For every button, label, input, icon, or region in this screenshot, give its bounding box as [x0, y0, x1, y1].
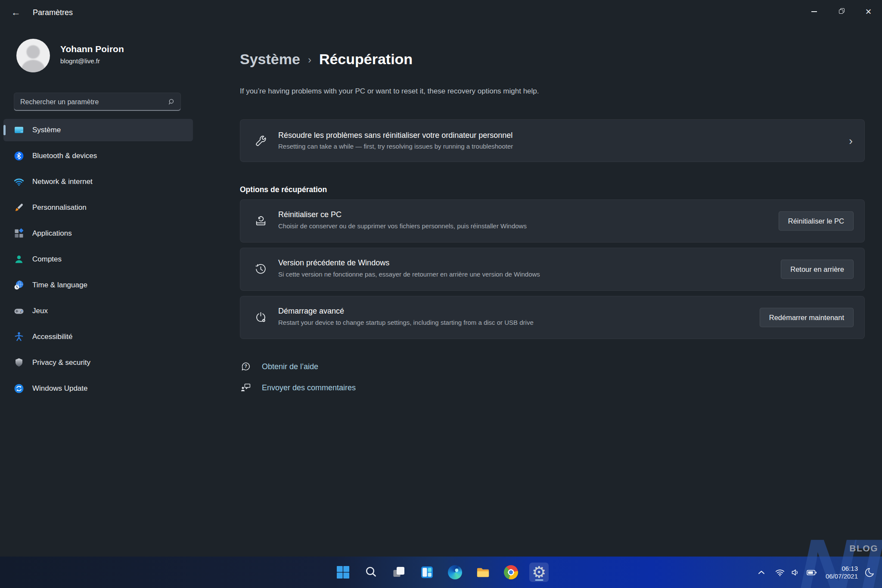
settings-button[interactable]: ⚙ [529, 563, 549, 582]
chrome-button[interactable] [501, 563, 521, 582]
minimize-button[interactable] [801, 0, 828, 23]
personalisation-icon [13, 202, 25, 213]
option-title: Démarrage avancé [278, 307, 344, 316]
sidebar-item-accessibilite[interactable]: Accessibilité [3, 326, 193, 348]
sidebar-item-label: Windows Update [32, 384, 88, 393]
back-button[interactable]: ← [7, 5, 25, 20]
sidebar-item-network-internet[interactable]: Network & internet [3, 171, 193, 193]
watermark-label: BLOG [849, 543, 878, 554]
sidebar-item-label: Time & language [32, 281, 87, 289]
clock[interactable]: 06:13 06/07/2021 [826, 565, 858, 580]
advanced-startup-icon [254, 311, 267, 324]
start-button[interactable] [333, 563, 353, 582]
restore-button[interactable] [828, 0, 855, 23]
sidebar-item-jeux[interactable]: Jeux [3, 300, 193, 322]
previous-version-card: Version précédente de Windows Si cette v… [240, 248, 865, 291]
sidebar-item-windows-update[interactable]: Windows Update [3, 377, 193, 400]
tray-chevron-up-icon[interactable] [755, 567, 767, 578]
sidebar-item-label: Jeux [32, 307, 48, 315]
sidebar-item-personnalisation[interactable]: Personnalisation [3, 196, 193, 219]
option-title: Version précédente de Windows [278, 258, 389, 268]
send-feedback-label: Envoyer des commentaires [262, 383, 356, 392]
sidebar-item-label: Accessibilité [32, 333, 73, 341]
go-back-button[interactable]: Retour en arrière [781, 260, 854, 279]
reset-pc-icon [254, 215, 267, 228]
breadcrumb-parent[interactable]: Système [240, 51, 300, 68]
advanced-startup-card: Démarrage avancé Restart your device to … [240, 296, 865, 339]
search-input[interactable] [14, 93, 180, 111]
restore-icon [839, 9, 844, 14]
user-name: Yohann Poiron [60, 44, 124, 54]
chrome-icon [504, 565, 518, 579]
edge-icon [448, 565, 462, 579]
tray-time: 06:13 [826, 565, 858, 572]
taskbar-search-icon [364, 565, 378, 579]
get-help-link[interactable]: ? Obtenir de l’aide [240, 358, 318, 375]
breadcrumb-separator-icon: › [308, 53, 311, 66]
sidebar-item-time-language[interactable]: Time & language [3, 274, 193, 296]
breadcrumb: Système › Récupération [240, 51, 413, 68]
avatar[interactable] [16, 39, 50, 72]
file-explorer-button[interactable] [473, 563, 493, 582]
sidebar-item-label: Network & internet [32, 177, 93, 186]
close-icon: × [865, 6, 871, 17]
bluetooth-icon [13, 150, 25, 162]
time-language-icon [13, 280, 25, 291]
focus-assist-moon-icon[interactable] [863, 567, 875, 578]
accessibility-icon [13, 331, 25, 342]
task-view-button[interactable] [389, 563, 409, 582]
troubleshoot-description: Resetting can take a while — first, try … [278, 143, 513, 150]
section-title: Options de récupération [240, 185, 327, 194]
reset-pc-button[interactable]: Réinitialiser le PC [779, 212, 854, 231]
close-button[interactable]: × [855, 0, 882, 23]
sidebar-item-label: Comptes [32, 255, 62, 264]
get-help-icon: ? [240, 361, 252, 373]
reset-pc-card: Réinitialiser ce PC Choisir de conserver… [240, 199, 865, 243]
volume-icon[interactable] [790, 567, 801, 578]
sidebar-item-privacy-security[interactable]: Privacy & security [3, 352, 193, 374]
system-icon [13, 124, 25, 136]
option-description: Si cette version ne fonctionne pas, essa… [278, 271, 540, 278]
sidebar-item-label: Bluetooth & devices [32, 152, 97, 160]
send-feedback-link[interactable]: Envoyer des commentaires [240, 380, 356, 396]
windows-update-icon [13, 383, 25, 394]
minimize-icon [811, 11, 817, 12]
file-explorer-icon [476, 565, 490, 579]
troubleshoot-title: Résoudre les problèmes sans réinitialise… [278, 131, 512, 140]
sidebar-item-label: Privacy & security [32, 358, 90, 367]
tray-date: 06/07/2021 [826, 572, 858, 580]
active-app-indicator [535, 579, 543, 581]
sidebar-item-systeme[interactable]: Système [3, 119, 193, 141]
troubleshoot-card[interactable]: Résoudre les problèmes sans réinitialise… [240, 119, 865, 162]
start-icon [336, 565, 350, 579]
battery-icon[interactable] [806, 567, 818, 578]
shield-icon [13, 357, 25, 368]
titlebar: ← Paramètres × [0, 0, 882, 24]
system-tray: 06:13 06/07/2021 [755, 557, 882, 588]
window-controls: × [801, 0, 882, 23]
widgets-button[interactable] [417, 563, 437, 582]
search-icon [168, 98, 176, 106]
page-intro: If you’re having problems with your PC o… [240, 87, 539, 96]
edge-button[interactable] [445, 563, 465, 582]
sidebar-item-applications[interactable]: Applications [3, 222, 193, 245]
svg-text:?: ? [244, 364, 247, 369]
option-title: Réinitialiser ce PC [278, 210, 342, 219]
sidebar-item-bluetooth-devices[interactable]: Bluetooth & devices [3, 145, 193, 167]
sidebar-item-label: Applications [32, 229, 72, 238]
app-title: Paramètres [33, 8, 73, 17]
restart-now-button[interactable]: Redémarrer maintenant [760, 308, 854, 327]
wifi-icon[interactable] [774, 567, 786, 578]
sidebar-item-label: Personnalisation [32, 203, 87, 212]
taskbar-search-button[interactable] [361, 563, 381, 582]
search-box [14, 93, 181, 111]
option-description: Restart your device to change startup se… [278, 319, 534, 326]
task-view-icon [392, 565, 406, 579]
page-title: Récupération [319, 51, 413, 68]
feedback-icon [240, 382, 252, 394]
wrench-icon [254, 134, 267, 147]
back-arrow-icon: ← [11, 7, 21, 18]
sidebar-item-comptes[interactable]: Comptes [3, 248, 193, 271]
widgets-icon [420, 565, 434, 579]
sidebar-nav: Système Bluetooth & devices Network & in… [3, 119, 193, 403]
